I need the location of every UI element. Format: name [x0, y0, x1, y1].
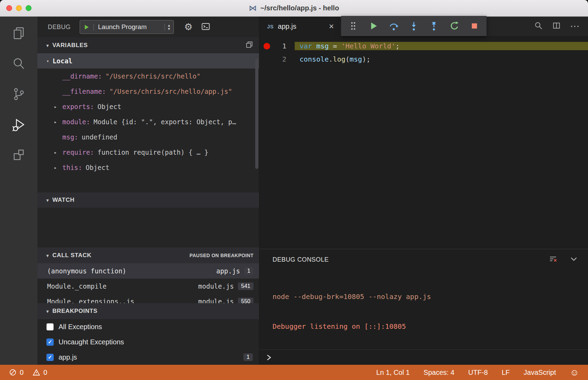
- expand-icon: ▸: [54, 119, 62, 125]
- continue-button[interactable]: [366, 18, 381, 34]
- debug-icon[interactable]: [11, 117, 26, 132]
- breakpoints-section-header[interactable]: ▾ BREAKPOINTS: [37, 303, 259, 319]
- debug-console-input[interactable]: [259, 350, 588, 365]
- variable-row[interactable]: __filename: "/Users/chris/src/hello/app.…: [37, 84, 259, 99]
- variable-row[interactable]: __dirname: "/Users/chris/src/hello": [37, 69, 259, 84]
- expand-icon: ▸: [54, 150, 62, 155]
- frame-line-badge: 541: [238, 282, 253, 290]
- source-control-icon[interactable]: [11, 87, 26, 102]
- status-bar: 0 0 Ln 1, Col 1 Spaces: 4 UTF-8 LF JavaS…: [0, 365, 588, 380]
- breakpoint-checkbox[interactable]: ✓: [46, 354, 54, 361]
- breakpoint-checkbox[interactable]: ✓: [46, 338, 54, 346]
- variables-scope-local[interactable]: ▾ Local: [37, 53, 259, 69]
- tab-app-js[interactable]: JS app.js ✕: [259, 17, 340, 36]
- clear-console-icon[interactable]: [549, 254, 558, 265]
- window-title-text: ~/src/hello/app.js - hello: [260, 4, 339, 12]
- step-into-button[interactable]: [406, 18, 421, 34]
- javascript-file-icon: JS: [267, 24, 274, 29]
- eol-status[interactable]: LF: [502, 369, 510, 377]
- main-area: DEBUG Launch Program ▴▾ ⚙ ▾: [0, 17, 588, 365]
- stop-button[interactable]: [467, 18, 482, 34]
- code-line-content[interactable]: console.log(msg);: [295, 55, 588, 63]
- close-tab-icon[interactable]: ✕: [329, 22, 334, 30]
- explorer-icon[interactable]: [11, 26, 26, 41]
- sidebar-scrollbar[interactable]: [255, 59, 258, 169]
- extensions-icon[interactable]: [11, 147, 26, 163]
- debug-sidebar: DEBUG Launch Program ▴▾ ⚙ ▾: [37, 17, 259, 365]
- console-line: Debugger listening on [::]:10805: [273, 320, 588, 333]
- breakpoint-gutter[interactable]: [259, 43, 275, 49]
- debug-sidebar-header: DEBUG Launch Program ▴▾ ⚙: [37, 17, 259, 37]
- variable-row[interactable]: ▸ exports: Object: [37, 99, 259, 114]
- toolbar-drag-handle-icon[interactable]: [346, 18, 361, 34]
- start-debug-icon[interactable]: [83, 24, 94, 30]
- restart-button[interactable]: [447, 18, 462, 34]
- indentation-status[interactable]: Spaces: 4: [424, 369, 454, 377]
- find-in-file-icon[interactable]: [534, 21, 543, 31]
- chevron-down-icon: ▾: [46, 198, 49, 203]
- variable-row[interactable]: msg: undefined: [37, 129, 259, 145]
- variable-row[interactable]: ▸ require: function require(path) { … }: [37, 145, 259, 160]
- feedback-smiley-icon[interactable]: ☺: [570, 368, 579, 377]
- breakpoint-label: Uncaught Exceptions: [59, 338, 124, 346]
- launch-configuration-label: Launch Program: [94, 23, 162, 31]
- line-number: 2: [275, 55, 286, 63]
- debug-console-output: node --debug-brk=10805 --nolazy app.js D…: [259, 270, 588, 350]
- stack-frame[interactable]: Module._compile module.js 541: [37, 279, 259, 294]
- vscode-window: ⋈ ~/src/hello/app.js - hello: [0, 0, 588, 380]
- collapse-panel-chevron-icon[interactable]: [569, 254, 578, 265]
- breakpoint-row[interactable]: ✓ app.js 1: [37, 350, 259, 365]
- configure-gear-icon[interactable]: ⚙: [184, 21, 193, 33]
- minimize-window-button[interactable]: [16, 5, 22, 11]
- encoding-status[interactable]: UTF-8: [468, 369, 488, 377]
- editor-area: JS app.js ✕ ⋯: [259, 17, 588, 365]
- cursor-position-status[interactable]: Ln 1, Col 1: [376, 369, 410, 377]
- expand-icon: ▸: [54, 165, 62, 170]
- chevron-down-icon: ▾: [46, 253, 49, 258]
- code-line[interactable]: 1 var msg = 'Hello World';: [259, 39, 588, 53]
- breakpoint-row[interactable]: All Exceptions: [37, 319, 259, 334]
- paused-status-badge: PAUSED ON BREAKPOINT: [189, 253, 253, 258]
- code-line[interactable]: 2 console.log(msg);: [259, 53, 588, 66]
- collapse-all-icon[interactable]: [245, 40, 253, 51]
- errors-status[interactable]: 0: [9, 369, 24, 377]
- launch-configuration-select[interactable]: Launch Program ▴▾: [80, 20, 174, 34]
- console-line: node --debug-brk=10805 --nolazy app.js: [273, 290, 588, 303]
- open-debug-console-icon[interactable]: [201, 21, 211, 33]
- variables-title: VARIABLES: [52, 42, 88, 49]
- breakpoint-label: All Exceptions: [59, 323, 102, 331]
- breakpoint-checkbox[interactable]: [46, 323, 54, 331]
- code-editor[interactable]: 1 var msg = 'Hello World'; 2 console.log…: [259, 36, 588, 249]
- titlebar: ⋈ ~/src/hello/app.js - hello: [0, 0, 588, 17]
- variable-row[interactable]: ▸ this: Object: [37, 160, 259, 175]
- code-line-content[interactable]: var msg = 'Hello World';: [295, 42, 588, 50]
- breakpoint-dot-icon[interactable]: [264, 43, 270, 49]
- breakpoint-label: app.js: [59, 353, 77, 361]
- watch-section-header[interactable]: ▾ WATCH: [37, 192, 259, 208]
- breakpoint-line-badge: 1: [243, 353, 253, 361]
- call-stack-title: CALL STACK: [52, 252, 91, 259]
- variable-row[interactable]: ▸ module: Module {id: ".", exports: Obje…: [37, 114, 259, 129]
- breakpoint-row[interactable]: ✓ Uncaught Exceptions: [37, 334, 259, 350]
- line-number: 1: [275, 42, 286, 50]
- select-stepper-icon: ▴▾: [164, 24, 170, 30]
- step-out-button[interactable]: [426, 18, 442, 34]
- stack-frame[interactable]: (anonymous function) app.js 1: [37, 263, 259, 279]
- frame-file: module.js: [198, 298, 234, 303]
- variables-section-header[interactable]: ▾ VARIABLES: [37, 37, 259, 53]
- debug-sidebar-title: DEBUG: [48, 24, 71, 31]
- debug-toolbar: [341, 16, 487, 36]
- close-window-button[interactable]: [6, 5, 12, 11]
- step-over-button[interactable]: [386, 18, 401, 34]
- vscode-logo-icon: ⋈: [249, 3, 257, 13]
- split-editor-icon[interactable]: [552, 21, 561, 31]
- language-mode-status[interactable]: JavaScript: [524, 369, 556, 377]
- zoom-window-button[interactable]: [26, 5, 32, 11]
- search-icon[interactable]: [11, 56, 26, 71]
- warnings-status[interactable]: 0: [33, 369, 47, 377]
- stack-frame[interactable]: Module._extensions..js module.js 550: [37, 294, 259, 303]
- breakpoints-title: BREAKPOINTS: [52, 308, 97, 315]
- call-stack-section-header[interactable]: ▾ CALL STACK PAUSED ON BREAKPOINT: [37, 247, 259, 263]
- error-icon: [9, 369, 17, 376]
- warning-icon: [33, 369, 40, 376]
